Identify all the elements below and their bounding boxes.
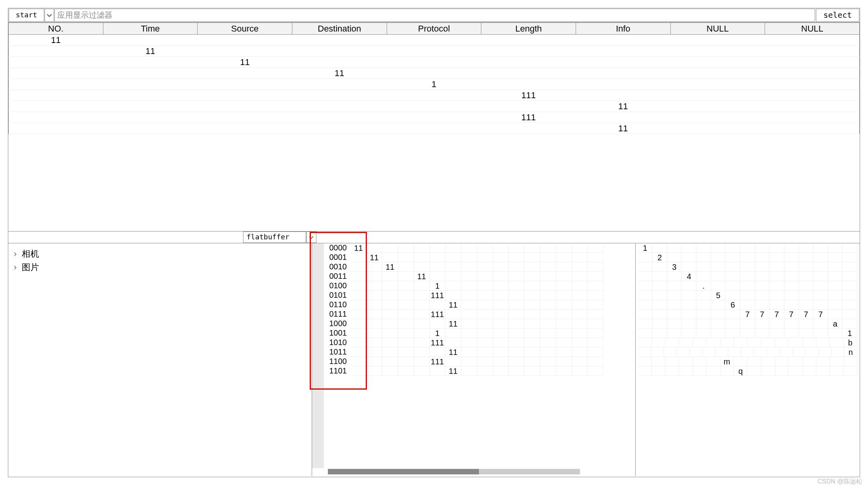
filter-input[interactable]: 应用显示过滤器	[54, 9, 815, 22]
tree-item[interactable]: ›相机	[14, 248, 306, 260]
hex-row[interactable]: 001011	[327, 262, 635, 272]
tree-item[interactable]: ›图片	[14, 261, 306, 273]
hex-row[interactable]: 000111	[327, 253, 635, 262]
column-header[interactable]: Time	[103, 23, 198, 35]
hex-cell	[477, 338, 493, 347]
ascii-cell	[761, 366, 775, 376]
hex-cell	[367, 281, 382, 291]
start-button[interactable]: start	[9, 9, 44, 22]
hex-cell	[556, 272, 572, 281]
ascii-row[interactable]: 6	[638, 300, 857, 310]
ascii-row[interactable]: 777777	[638, 310, 857, 319]
hex-cell	[509, 262, 524, 272]
table-row[interactable]: 11	[9, 46, 860, 57]
ascii-row[interactable]: 5	[638, 291, 857, 300]
ascii-cell	[703, 347, 716, 357]
hex-cell	[509, 347, 524, 357]
table-cell	[9, 79, 103, 90]
column-header[interactable]: NULL	[670, 23, 765, 35]
table-cell: 111	[481, 90, 576, 101]
ascii-cell	[784, 253, 799, 262]
packet-table[interactable]: NO.TimeSourceDestinationProtocolLengthIn…	[8, 22, 860, 134]
scrollbar-thumb[interactable]	[328, 469, 479, 474]
column-header[interactable]: Info	[576, 23, 670, 35]
table-row[interactable]: 11	[9, 35, 860, 46]
hex-row[interactable]: 0111111	[327, 310, 635, 319]
ascii-cell	[726, 328, 740, 338]
ascii-row[interactable]: 1	[638, 243, 857, 253]
table-row[interactable]: 111	[9, 90, 860, 101]
table-cell	[387, 46, 481, 57]
ascii-cell	[816, 338, 830, 347]
table-cell	[103, 90, 198, 101]
table-row[interactable]: 111	[9, 112, 860, 123]
hex-cell	[445, 281, 461, 291]
ascii-row[interactable]: a	[638, 319, 857, 328]
table-cell	[387, 68, 481, 79]
ascii-cell	[784, 300, 799, 310]
hex-row[interactable]: 1100111	[327, 357, 635, 366]
table-cell	[9, 112, 103, 123]
hex-offset: 0000	[327, 243, 351, 253]
ascii-row[interactable]: m	[638, 357, 857, 366]
column-header[interactable]: Source	[198, 23, 292, 35]
hex-cell	[398, 310, 414, 319]
column-header[interactable]: Destination	[292, 23, 387, 35]
table-row[interactable]: 11	[9, 68, 860, 79]
hex-row[interactable]: 000011	[327, 243, 635, 253]
ascii-row[interactable]: .	[638, 281, 857, 291]
ascii-cell	[843, 262, 857, 272]
decoder-select[interactable]: flatbuffer	[243, 231, 306, 243]
ascii-cell	[755, 328, 770, 338]
table-row[interactable]: 11	[9, 123, 860, 134]
hex-row[interactable]: 1010111	[327, 338, 635, 347]
ascii-cell: 7	[755, 310, 770, 319]
hex-cell	[509, 253, 524, 262]
hex-cell	[493, 338, 509, 347]
table-row[interactable]: 11	[9, 101, 860, 112]
hex-cell	[367, 310, 382, 319]
ascii-row[interactable]: q	[638, 366, 857, 376]
hex-cell	[540, 300, 556, 310]
hex-cell	[524, 272, 540, 281]
decoder-dropdown[interactable]	[306, 231, 316, 243]
hex-cell	[367, 243, 382, 253]
hex-row[interactable]: 001111	[327, 272, 635, 281]
hex-row[interactable]: 110111	[327, 366, 635, 376]
hex-row[interactable]: 100011	[327, 319, 635, 328]
select-button[interactable]: select	[816, 9, 859, 22]
ascii-cell	[814, 300, 828, 310]
ascii-cell	[755, 291, 770, 300]
ascii-row[interactable]: 1	[638, 328, 857, 338]
hex-row[interactable]: 101111	[327, 347, 635, 357]
ascii-row[interactable]: b	[638, 338, 857, 347]
ascii-cell	[696, 319, 711, 328]
hex-scrollbar[interactable]	[328, 469, 580, 474]
table-cell	[765, 101, 860, 112]
hex-row[interactable]: 10011	[327, 328, 635, 338]
ascii-row[interactable]: 2	[638, 253, 857, 262]
hex-row[interactable]: 01001	[327, 281, 635, 291]
ascii-row[interactable]: 3	[638, 262, 857, 272]
ascii-row[interactable]: n	[638, 347, 857, 357]
table-row[interactable]: 1	[9, 79, 860, 90]
column-header[interactable]: NULL	[765, 23, 860, 35]
hex-row[interactable]: 0101111	[327, 291, 635, 300]
hex-cell	[587, 291, 603, 300]
hex-cell	[414, 300, 430, 310]
hex-cell	[556, 291, 572, 300]
column-header[interactable]: Length	[481, 23, 576, 35]
column-header[interactable]: NO.	[9, 23, 103, 35]
hex-row[interactable]: 011011	[327, 300, 635, 310]
hex-cell	[382, 347, 398, 357]
hex-cell	[587, 300, 603, 310]
hex-cell	[414, 243, 430, 253]
ascii-cell	[664, 347, 677, 357]
column-header[interactable]: Protocol	[387, 23, 481, 35]
ascii-cell	[828, 243, 843, 253]
ascii-cell	[770, 300, 784, 310]
table-row[interactable]: 11	[9, 57, 860, 68]
ascii-row[interactable]: 4	[638, 272, 857, 281]
start-dropdown[interactable]	[45, 9, 54, 22]
hex-cell	[430, 262, 445, 272]
